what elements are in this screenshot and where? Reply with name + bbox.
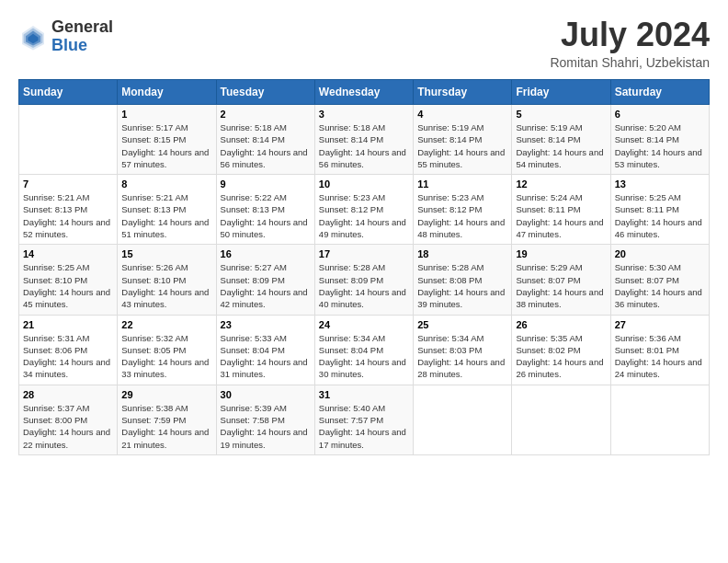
calendar-cell: 1Sunrise: 5:17 AM Sunset: 8:15 PM Daylig…: [118, 105, 216, 175]
day-info: Sunrise: 5:24 AM Sunset: 8:11 PM Dayligh…: [516, 191, 606, 240]
calendar-week-row: 21Sunrise: 5:31 AM Sunset: 8:06 PM Dayli…: [19, 315, 710, 385]
day-number: 28: [23, 389, 113, 400]
day-header-monday: Monday: [118, 80, 216, 105]
day-number: 22: [121, 319, 211, 330]
day-number: 21: [23, 319, 113, 330]
day-number: 2: [221, 109, 311, 120]
day-number: 5: [516, 109, 606, 120]
day-info: Sunrise: 5:25 AM Sunset: 8:11 PM Dayligh…: [615, 191, 705, 240]
title-block: July 2024 Romitan Shahri, Uzbekistan: [550, 18, 710, 70]
day-number: 15: [121, 248, 211, 259]
day-info: Sunrise: 5:39 AM Sunset: 7:58 PM Dayligh…: [221, 402, 311, 451]
day-number: 20: [615, 248, 705, 259]
day-number: 25: [417, 319, 507, 330]
day-number: 13: [615, 178, 705, 190]
month-year: July 2024: [550, 18, 710, 52]
day-info: Sunrise: 5:23 AM Sunset: 8:12 PM Dayligh…: [417, 191, 507, 240]
calendar-cell: [414, 385, 512, 454]
day-number: 7: [23, 178, 113, 190]
calendar-cell: 26Sunrise: 5:35 AM Sunset: 8:02 PM Dayli…: [512, 315, 610, 385]
day-info: Sunrise: 5:17 AM Sunset: 8:15 PM Dayligh…: [121, 121, 211, 170]
calendar-cell: [512, 385, 610, 454]
calendar-cell: 9Sunrise: 5:22 AM Sunset: 8:13 PM Daylig…: [216, 175, 314, 245]
day-info: Sunrise: 5:34 AM Sunset: 8:03 PM Dayligh…: [417, 332, 507, 381]
logo-blue-text: Blue: [51, 37, 113, 55]
day-number: 8: [121, 178, 211, 190]
day-number: 12: [516, 178, 606, 190]
day-info: Sunrise: 5:21 AM Sunset: 8:13 PM Dayligh…: [121, 191, 211, 240]
calendar-cell: 6Sunrise: 5:20 AM Sunset: 8:14 PM Daylig…: [610, 105, 709, 175]
day-info: Sunrise: 5:26 AM Sunset: 8:10 PM Dayligh…: [121, 261, 211, 310]
day-number: 10: [319, 178, 409, 190]
day-header-sunday: Sunday: [19, 80, 118, 105]
calendar-week-row: 7Sunrise: 5:21 AM Sunset: 8:13 PM Daylig…: [19, 175, 710, 245]
calendar-cell: 11Sunrise: 5:23 AM Sunset: 8:12 PM Dayli…: [414, 175, 512, 245]
calendar-cell: 7Sunrise: 5:21 AM Sunset: 8:13 PM Daylig…: [19, 175, 118, 245]
day-info: Sunrise: 5:40 AM Sunset: 7:57 PM Dayligh…: [319, 402, 409, 451]
day-info: Sunrise: 5:37 AM Sunset: 8:00 PM Dayligh…: [23, 402, 113, 451]
day-number: 4: [417, 109, 507, 120]
day-header-tuesday: Tuesday: [216, 80, 314, 105]
day-info: Sunrise: 5:23 AM Sunset: 8:12 PM Dayligh…: [319, 191, 409, 240]
calendar-cell: 19Sunrise: 5:29 AM Sunset: 8:07 PM Dayli…: [512, 245, 610, 315]
calendar-cell: 22Sunrise: 5:32 AM Sunset: 8:05 PM Dayli…: [118, 315, 216, 385]
calendar-cell: 20Sunrise: 5:30 AM Sunset: 8:07 PM Dayli…: [610, 245, 709, 315]
day-number: 6: [615, 109, 705, 120]
day-info: Sunrise: 5:32 AM Sunset: 8:05 PM Dayligh…: [121, 332, 211, 381]
page-header: General Blue July 2024 Romitan Shahri, U…: [18, 18, 710, 70]
day-info: Sunrise: 5:29 AM Sunset: 8:07 PM Dayligh…: [516, 261, 606, 310]
day-info: Sunrise: 5:35 AM Sunset: 8:02 PM Dayligh…: [516, 332, 606, 381]
calendar-week-row: 28Sunrise: 5:37 AM Sunset: 8:00 PM Dayli…: [19, 385, 710, 454]
day-number: 31: [319, 389, 409, 400]
day-number: 26: [516, 319, 606, 330]
calendar-cell: 10Sunrise: 5:23 AM Sunset: 8:12 PM Dayli…: [314, 175, 413, 245]
day-info: Sunrise: 5:19 AM Sunset: 8:14 PM Dayligh…: [417, 121, 507, 170]
day-info: Sunrise: 5:18 AM Sunset: 8:14 PM Dayligh…: [221, 121, 311, 170]
day-info: Sunrise: 5:18 AM Sunset: 8:14 PM Dayligh…: [319, 121, 409, 170]
day-info: Sunrise: 5:38 AM Sunset: 7:59 PM Dayligh…: [121, 402, 211, 451]
day-number: 24: [319, 319, 409, 330]
calendar-cell: [19, 105, 118, 175]
day-header-wednesday: Wednesday: [314, 80, 413, 105]
day-info: Sunrise: 5:31 AM Sunset: 8:06 PM Dayligh…: [23, 332, 113, 381]
location: Romitan Shahri, Uzbekistan: [550, 55, 710, 70]
day-number: 17: [319, 248, 409, 259]
calendar-cell: 28Sunrise: 5:37 AM Sunset: 8:00 PM Dayli…: [19, 385, 118, 454]
day-info: Sunrise: 5:25 AM Sunset: 8:10 PM Dayligh…: [23, 261, 113, 310]
calendar-cell: 13Sunrise: 5:25 AM Sunset: 8:11 PM Dayli…: [610, 175, 709, 245]
day-number: 16: [221, 248, 311, 259]
day-number: 29: [121, 389, 211, 400]
calendar-cell: 5Sunrise: 5:19 AM Sunset: 8:14 PM Daylig…: [512, 105, 610, 175]
calendar-cell: 16Sunrise: 5:27 AM Sunset: 8:09 PM Dayli…: [216, 245, 314, 315]
day-header-thursday: Thursday: [414, 80, 512, 105]
day-number: 11: [417, 178, 507, 190]
calendar-cell: 12Sunrise: 5:24 AM Sunset: 8:11 PM Dayli…: [512, 175, 610, 245]
logo-icon: [18, 22, 48, 52]
day-info: Sunrise: 5:28 AM Sunset: 8:09 PM Dayligh…: [319, 261, 409, 310]
day-number: 1: [121, 109, 211, 120]
calendar-cell: 3Sunrise: 5:18 AM Sunset: 8:14 PM Daylig…: [314, 105, 413, 175]
calendar-cell: 21Sunrise: 5:31 AM Sunset: 8:06 PM Dayli…: [19, 315, 118, 385]
calendar-cell: 23Sunrise: 5:33 AM Sunset: 8:04 PM Dayli…: [216, 315, 314, 385]
calendar-cell: 8Sunrise: 5:21 AM Sunset: 8:13 PM Daylig…: [118, 175, 216, 245]
day-info: Sunrise: 5:20 AM Sunset: 8:14 PM Dayligh…: [615, 121, 705, 170]
day-number: 30: [221, 389, 311, 400]
day-info: Sunrise: 5:36 AM Sunset: 8:01 PM Dayligh…: [615, 332, 705, 381]
calendar-cell: 27Sunrise: 5:36 AM Sunset: 8:01 PM Dayli…: [610, 315, 709, 385]
calendar-cell: 17Sunrise: 5:28 AM Sunset: 8:09 PM Dayli…: [314, 245, 413, 315]
calendar-cell: 24Sunrise: 5:34 AM Sunset: 8:04 PM Dayli…: [314, 315, 413, 385]
logo-text: General Blue: [51, 18, 113, 55]
day-header-saturday: Saturday: [610, 80, 709, 105]
calendar-cell: [610, 385, 709, 454]
logo-general-text: General: [51, 18, 113, 37]
calendar-cell: 18Sunrise: 5:28 AM Sunset: 8:08 PM Dayli…: [414, 245, 512, 315]
day-info: Sunrise: 5:30 AM Sunset: 8:07 PM Dayligh…: [615, 261, 705, 310]
logo: General Blue: [18, 18, 113, 55]
calendar-week-row: 1Sunrise: 5:17 AM Sunset: 8:15 PM Daylig…: [19, 105, 710, 175]
calendar-cell: 15Sunrise: 5:26 AM Sunset: 8:10 PM Dayli…: [118, 245, 216, 315]
day-info: Sunrise: 5:28 AM Sunset: 8:08 PM Dayligh…: [417, 261, 507, 310]
day-number: 9: [221, 178, 311, 190]
day-number: 23: [221, 319, 311, 330]
day-number: 14: [23, 248, 113, 259]
calendar-cell: 25Sunrise: 5:34 AM Sunset: 8:03 PM Dayli…: [414, 315, 512, 385]
